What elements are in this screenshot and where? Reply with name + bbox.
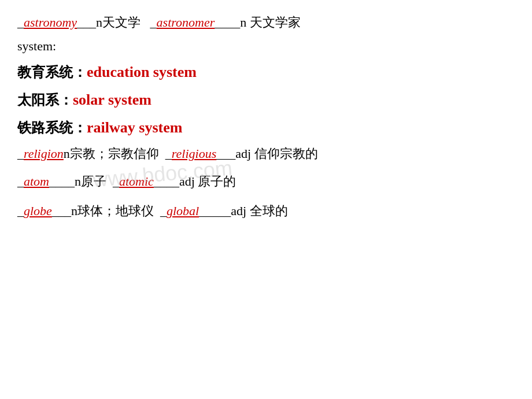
line-solar-system: 太阳系： solar system <box>17 87 515 113</box>
text-education-zh: 教育系统： <box>17 61 87 84</box>
text-astronomer-def: n 天文学家 <box>240 12 301 33</box>
underscore-pre-religious: _ <box>165 143 172 164</box>
word-global: global <box>167 200 199 221</box>
underscore-post-atom: ____ <box>49 171 75 192</box>
word-religion: religion <box>24 143 64 164</box>
word-globe: globe <box>24 200 52 221</box>
line-religion: _religionn宗教；宗教信仰 _religious___adj 信仰宗教的 <box>17 143 515 164</box>
word-atomic: atomic <box>119 171 154 192</box>
main-content: _astronomy___n天文学 _astronomer____n 天文学家 … <box>0 0 532 236</box>
underscore-pre-religion: _ <box>17 143 24 164</box>
underscore-pre-atomic: _ <box>113 171 119 192</box>
line-education-system: 教育系统： education system <box>17 60 515 85</box>
word-religious: religious <box>172 143 216 164</box>
text-education-en: education system <box>87 60 197 85</box>
text-solar-en: solar system <box>73 87 152 113</box>
line-railway-system: 铁路系统： railway system <box>17 115 515 141</box>
text-atomic-def: adj 原子的 <box>179 171 236 192</box>
text-globe-def: n球体；地球仪 <box>71 200 160 221</box>
text-railway-zh: 铁路系统： <box>17 116 87 140</box>
underscore-post-atomic: ____ <box>154 171 179 192</box>
text-railway-en: railway system <box>87 115 182 141</box>
text-religion-def: n宗教；宗教信仰 <box>64 143 165 164</box>
line-astronomy: _astronomy___n天文学 _astronomer____n 天文学家 <box>17 12 515 33</box>
underscore-post-religious: ___ <box>216 143 235 164</box>
underscore-pre2: _ <box>150 12 157 33</box>
underscore-pre-global: _ <box>160 200 167 221</box>
word-astronomy: astronomy <box>24 12 77 33</box>
text-solar-zh: 太阳系： <box>17 88 73 112</box>
text-global-def: adj 全球的 <box>231 200 287 221</box>
underscore-post-global: _____ <box>199 200 231 221</box>
underscore-pre-atom: _ <box>17 171 24 192</box>
line-system-label: system: <box>17 35 515 57</box>
underscore-post2: ____ <box>215 12 240 33</box>
text-religious-def: adj 信仰宗教的 <box>235 143 317 164</box>
line-atom: _atom____n原子 _atomic____ adj 原子的 <box>17 171 515 192</box>
text-system: system: <box>17 35 56 57</box>
underscore-pre1: _ <box>17 12 24 33</box>
word-astronomer: astronomer <box>157 12 215 33</box>
line-globe: _globe___n球体；地球仪 _global_____adj 全球的 <box>17 200 515 221</box>
underscore-post1: ___ <box>77 12 96 33</box>
text-atom-def: n原子 <box>75 171 113 192</box>
text-astronomy-def: n天文学 <box>96 12 150 33</box>
underscore-post-globe: ___ <box>52 200 71 221</box>
underscore-pre-globe: _ <box>17 200 24 221</box>
word-atom: atom <box>24 171 49 192</box>
